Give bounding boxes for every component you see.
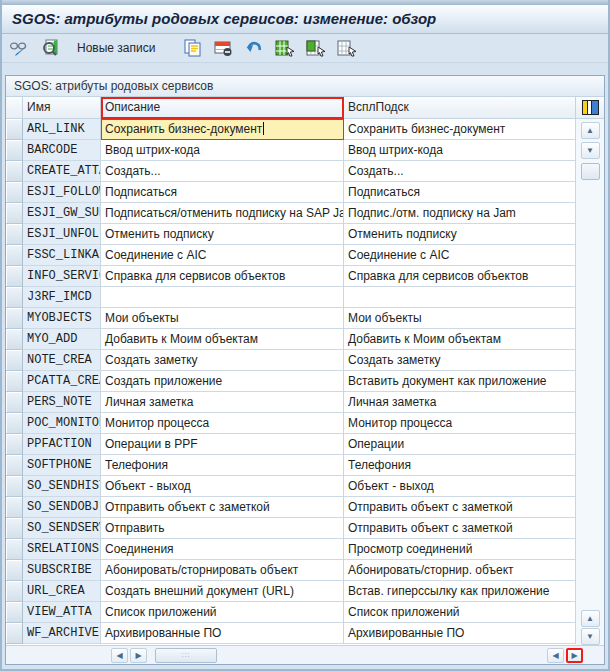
row-selector[interactable] [6,434,23,455]
cell-tooltip[interactable]: Объект - выход [344,476,576,497]
cell-tooltip[interactable]: Создать заметку [344,350,576,371]
cell-tooltip[interactable]: Отправить объект с заметкой [344,518,576,539]
cell-name[interactable]: PPFACTION [23,434,101,455]
cell-name[interactable]: PERS_NOTE [23,392,101,413]
scroll-right-right-pane-button[interactable]: ▶ [566,648,583,663]
cell-description[interactable]: Телефония [101,455,344,476]
row-selector[interactable] [6,413,23,434]
row-selector[interactable] [6,203,23,224]
cell-description[interactable]: Мои объекты [101,308,344,329]
scroll-up-bottom-button[interactable]: ▲ [581,610,600,627]
deselect-all-button[interactable] [335,36,359,60]
cell-description[interactable]: Операции в PPF [101,434,344,455]
scroll-up-button[interactable]: ▲ [581,122,600,139]
cell-name[interactable]: ESJI_GW_SUB [23,203,101,224]
row-selector[interactable] [6,140,23,161]
cell-name[interactable]: SO_SENDHIST [23,476,101,497]
cell-description[interactable]: Создать внешний документ (URL) [101,581,344,602]
cell-description[interactable]: Добавить к Моим объектам [101,329,344,350]
cell-description[interactable]: Создать... [101,161,344,182]
cell-description[interactable]: Отменить подписку [101,224,344,245]
column-header-tooltip[interactable]: ВсплПодск [344,97,576,119]
table-settings-button[interactable] [576,97,604,119]
cell-name[interactable]: ESJI_UNFOLLO [23,224,101,245]
cell-name[interactable]: MYO_ADD [23,329,101,350]
cell-description[interactable]: Подписаться [101,182,344,203]
select-block-button[interactable] [304,36,328,60]
cell-description[interactable]: Объект - выход [101,476,344,497]
cell-description[interactable]: Список приложений [101,602,344,623]
row-selector[interactable] [6,581,23,602]
cell-name[interactable]: BARCODE [23,140,101,161]
cell-description[interactable]: Монитор процесса [101,413,344,434]
cell-tooltip[interactable]: Список приложений [344,602,576,623]
cell-tooltip[interactable]: Создать... [344,161,576,182]
cell-tooltip[interactable]: Подписаться [344,182,576,203]
row-selector[interactable] [6,476,23,497]
scroll-left-right-pane-button[interactable]: ◀ [547,648,564,663]
row-selector[interactable] [6,371,23,392]
select-all-button[interactable] [273,36,297,60]
cell-name[interactable]: PCATTA_CREA [23,371,101,392]
cell-name[interactable]: J3RF_IMCD [23,287,101,308]
cell-name[interactable]: SO_SENDSERV [23,518,101,539]
delete-row-button[interactable] [211,36,235,60]
cell-name[interactable]: URL_CREA [23,581,101,602]
description-edit-field[interactable]: Сохранить бизнес-документ [101,119,344,140]
display-change-toggle-button[interactable] [8,36,32,60]
row-selector[interactable] [6,308,23,329]
cell-name[interactable]: MYOBJECTS [23,308,101,329]
cell-description[interactable]: Справка для сервисов объектов [101,266,344,287]
scroll-right-button[interactable]: ▶ [130,648,147,663]
cell-tooltip[interactable]: Отправить объект с заметкой [344,497,576,518]
new-entries-button[interactable]: Новые записи [70,36,162,60]
cell-tooltip[interactable]: Подпис./отм. подписку на Jam [344,203,576,224]
cell-description[interactable]: Отправить объект с заметкой [101,497,344,518]
horizontal-scroll-thumb[interactable]: ::: [155,648,217,663]
cell-name[interactable]: SO_SENDOBJ [23,497,101,518]
cell-tooltip[interactable]: Вставить документ как приложение [344,371,576,392]
row-selector[interactable] [6,266,23,287]
cell-description[interactable]: Соединения [101,539,344,560]
cell-name[interactable]: VIEW_ATTA [23,602,101,623]
vertical-scroll-thumb[interactable] [581,163,600,180]
choose-view-button[interactable] [39,36,63,60]
row-selector[interactable] [6,350,23,371]
cell-tooltip[interactable]: Соединение с AIC [344,245,576,266]
row-selector[interactable] [6,392,23,413]
scroll-down-bottom-button[interactable]: ▼ [581,628,600,645]
undo-button[interactable] [242,36,266,60]
cell-description[interactable]: Создать приложение [101,371,344,392]
column-header-name[interactable]: Имя [23,97,101,119]
cell-name[interactable]: ESJI_FOLLOW [23,182,101,203]
cell-description[interactable]: Личная заметка [101,392,344,413]
cell-description[interactable]: Создать заметку [101,350,344,371]
cell-tooltip[interactable]: Личная заметка [344,392,576,413]
cell-tooltip[interactable]: Справка для сервисов объектов [344,266,576,287]
row-selector[interactable] [6,560,23,581]
row-selector[interactable] [6,497,23,518]
cell-name[interactable]: SUBSCRIBE [23,560,101,581]
cell-description[interactable]: Подписаться/отменить подписку на SAP Jam [101,203,344,224]
row-selector[interactable] [6,119,23,140]
row-selector[interactable] [6,245,23,266]
select-all-header-cell[interactable] [6,97,23,119]
cell-tooltip[interactable]: Отменить подписку [344,224,576,245]
cell-tooltip[interactable]: Операции [344,434,576,455]
cell-name[interactable]: CREATE_ATTA [23,161,101,182]
row-selector[interactable] [6,539,23,560]
cell-tooltip[interactable]: Абонировать/сторнир. объект [344,560,576,581]
cell-name[interactable]: SOFTPHONE [23,455,101,476]
row-selector[interactable] [6,224,23,245]
row-selector[interactable] [6,161,23,182]
cell-tooltip[interactable]: Добавить к Моим объектам [344,329,576,350]
cell-tooltip[interactable]: Сохранить бизнес-документ [344,119,576,140]
row-selector[interactable] [6,518,23,539]
cell-tooltip[interactable] [344,287,576,308]
cell-description[interactable]: Отправить [101,518,344,539]
cell-tooltip[interactable]: Встав. гиперссылку как приложение [344,581,576,602]
cell-description[interactable]: Архивированные ПО [101,623,344,644]
cell-description[interactable]: Ввод штрих-кода [101,140,344,161]
cell-tooltip[interactable]: Телефония [344,455,576,476]
row-selector[interactable] [6,602,23,623]
